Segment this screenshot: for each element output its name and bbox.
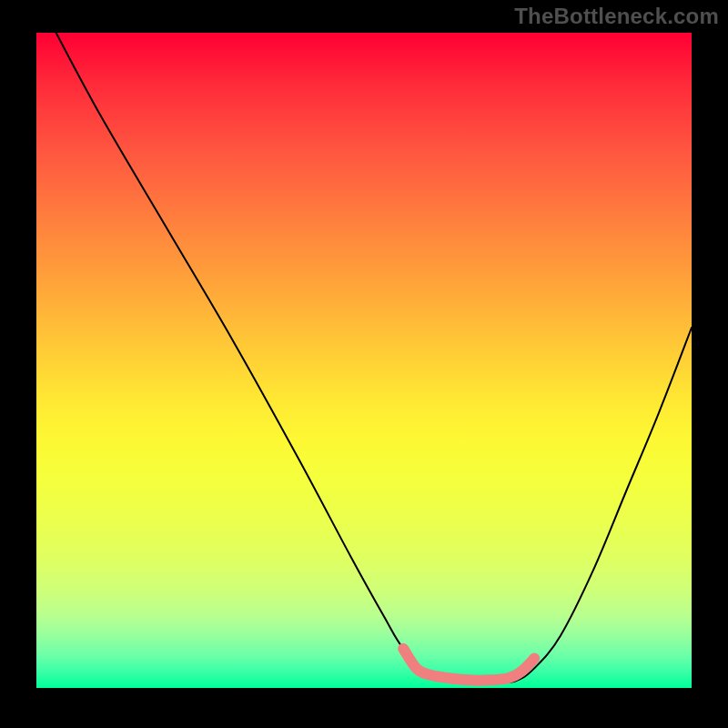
bottleneck-curve (56, 33, 692, 682)
chart-container: TheBottleneck.com (0, 0, 728, 728)
plot-area (36, 33, 692, 688)
bottleneck-highlight (403, 649, 534, 681)
watermark-text: TheBottleneck.com (514, 4, 719, 29)
curve-layer (36, 33, 692, 688)
